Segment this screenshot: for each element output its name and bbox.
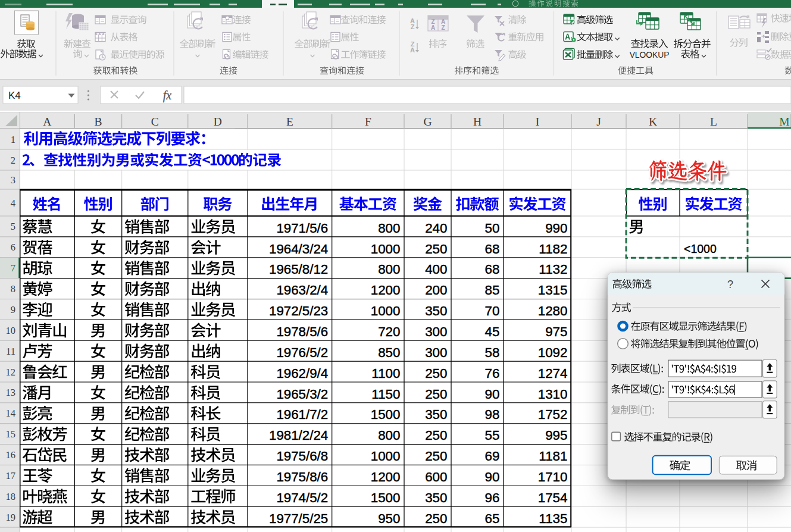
svg-text:A: A [43, 115, 51, 128]
svg-text:200: 200 [425, 283, 447, 298]
svg-text:C: C [151, 115, 159, 128]
svg-text:68: 68 [485, 242, 500, 256]
svg-text:13: 13 [6, 387, 16, 398]
svg-text:E: E [286, 115, 293, 128]
svg-text:J: J [596, 115, 601, 128]
svg-text:1000: 1000 [371, 242, 401, 256]
svg-text:A: A [410, 46, 415, 54]
svg-text:995: 995 [545, 428, 567, 443]
svg-text:1975/8/6: 1975/8/6 [276, 470, 328, 484]
svg-text:1150: 1150 [371, 387, 400, 402]
svg-text:1961/7/2: 1961/7/2 [276, 407, 328, 422]
svg-text:16: 16 [6, 449, 16, 461]
svg-text:11: 11 [6, 346, 15, 357]
svg-text:12: 12 [6, 367, 16, 378]
svg-text:975: 975 [545, 324, 567, 339]
svg-text:K: K [649, 115, 657, 128]
svg-text:1000: 1000 [371, 449, 401, 464]
svg-text:G: G [423, 115, 432, 128]
svg-text:90: 90 [485, 387, 500, 402]
svg-text:800: 800 [378, 221, 400, 236]
svg-text:1965/3/2: 1965/3/2 [276, 387, 328, 402]
svg-text:I: I [536, 115, 540, 128]
svg-text:1500: 1500 [371, 407, 401, 422]
svg-text:250: 250 [425, 366, 447, 381]
svg-text:250: 250 [425, 387, 447, 402]
svg-text:1135: 1135 [539, 511, 567, 526]
svg-text:1200: 1200 [371, 470, 401, 484]
svg-text:720: 720 [378, 324, 400, 339]
svg-text:7: 7 [11, 262, 15, 274]
svg-text:76: 76 [485, 366, 500, 381]
svg-text:1280: 1280 [538, 303, 568, 318]
svg-text:1000: 1000 [371, 303, 401, 318]
svg-text:VLOOKUP: VLOOKUP [630, 51, 670, 60]
svg-text:<1000: <1000 [684, 242, 717, 255]
svg-text:1975/6/8: 1975/6/8 [276, 449, 328, 464]
svg-text:2: 2 [11, 155, 15, 166]
svg-text:950: 950 [378, 511, 400, 526]
svg-text:B: B [95, 115, 102, 128]
svg-text:400: 400 [425, 262, 447, 277]
svg-text:90: 90 [485, 470, 500, 484]
svg-text:300: 300 [425, 345, 447, 360]
svg-text:350: 350 [425, 303, 447, 318]
svg-text:H: H [473, 115, 482, 128]
svg-text:1981/2/24: 1981/2/24 [269, 428, 328, 443]
svg-text:990: 990 [545, 221, 567, 236]
svg-text:1974/5/2: 1974/5/2 [276, 490, 328, 505]
svg-text:1971/5/6: 1971/5/6 [276, 221, 328, 236]
svg-text:14: 14 [6, 408, 16, 419]
svg-text:250: 250 [425, 511, 447, 526]
svg-text:1754: 1754 [538, 490, 568, 505]
svg-text:5: 5 [11, 221, 15, 232]
svg-text:250: 250 [425, 449, 447, 464]
svg-text:A: A [431, 24, 435, 31]
svg-text:1274: 1274 [538, 366, 568, 381]
svg-text:1182: 1182 [539, 242, 567, 256]
svg-text:1963/2/4: 1963/2/4 [276, 283, 328, 298]
svg-text:250: 250 [425, 242, 447, 256]
svg-text:1965/8/12: 1965/8/12 [269, 262, 328, 277]
svg-text:68: 68 [485, 262, 500, 277]
svg-text:17: 17 [6, 470, 16, 481]
svg-text:Z: Z [411, 23, 415, 30]
svg-text:65: 65 [485, 511, 500, 526]
svg-text:18: 18 [6, 491, 16, 502]
svg-text:800: 800 [378, 428, 400, 443]
svg-text:4: 4 [11, 198, 15, 209]
svg-text:1752: 1752 [538, 407, 568, 422]
svg-text:1978/5/6: 1978/5/6 [276, 324, 328, 339]
svg-text:19: 19 [6, 512, 16, 523]
svg-text:Z: Z [441, 24, 445, 31]
svg-text:L: L [710, 115, 717, 128]
svg-text:55: 55 [485, 428, 500, 443]
svg-text:10: 10 [6, 325, 16, 336]
svg-text:800: 800 [378, 262, 400, 277]
svg-text:1310: 1310 [538, 387, 568, 402]
svg-text:D: D [214, 115, 222, 128]
svg-text:240: 240 [425, 221, 447, 236]
svg-text:8: 8 [11, 283, 15, 295]
svg-text:69: 69 [485, 449, 500, 464]
svg-text:1132: 1132 [539, 262, 567, 277]
svg-text:1100: 1100 [371, 366, 400, 381]
svg-text:250: 250 [425, 428, 447, 443]
svg-text:350: 350 [425, 407, 447, 422]
svg-text:K4: K4 [8, 90, 21, 101]
svg-text:1200: 1200 [371, 283, 401, 298]
svg-text:98: 98 [485, 407, 500, 422]
svg-text:15: 15 [6, 428, 16, 440]
svg-text:850: 850 [378, 345, 400, 360]
svg-text:1: 1 [11, 134, 15, 145]
svg-text:50: 50 [485, 221, 500, 236]
svg-text:600: 600 [425, 470, 447, 484]
svg-text:45: 45 [485, 324, 500, 339]
svg-text:1092: 1092 [538, 345, 568, 360]
svg-text:58: 58 [485, 345, 500, 360]
svg-text:fx: fx [163, 89, 172, 102]
svg-text:300: 300 [425, 324, 447, 339]
svg-text:9: 9 [11, 304, 15, 315]
svg-text:1500: 1500 [371, 490, 401, 505]
svg-text:6: 6 [11, 242, 15, 253]
